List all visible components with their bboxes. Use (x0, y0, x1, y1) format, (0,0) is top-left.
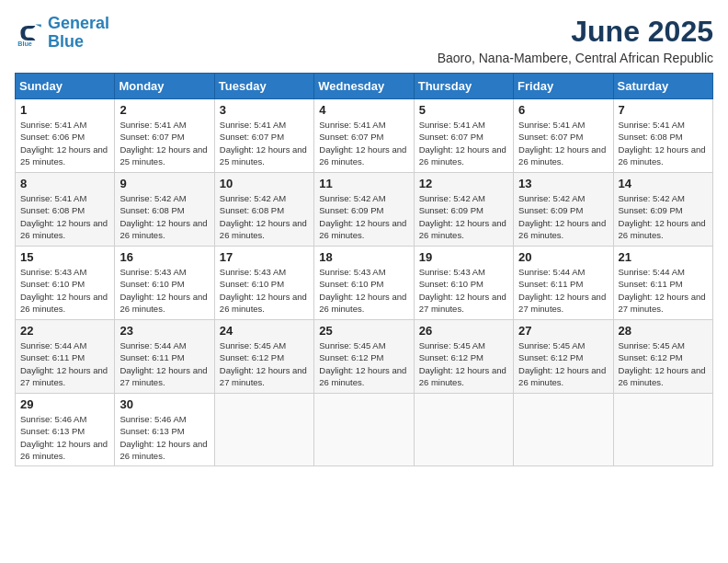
day-detail: Sunrise: 5:43 AMSunset: 6:10 PMDaylight:… (220, 267, 307, 314)
calendar-table: SundayMondayTuesdayWednesdayThursdayFrid… (15, 73, 713, 466)
calendar-week-row: 22 Sunrise: 5:44 AMSunset: 6:11 PMDaylig… (16, 320, 713, 394)
day-number: 14 (619, 177, 708, 190)
calendar-cell: 3 Sunrise: 5:41 AMSunset: 6:07 PMDayligh… (214, 99, 313, 173)
day-number: 27 (518, 324, 608, 338)
calendar-cell: 12 Sunrise: 5:42 AMSunset: 6:09 PMDaylig… (414, 173, 513, 247)
calendar-cell: 15 Sunrise: 5:43 AMSunset: 6:10 PMDaylig… (16, 247, 115, 320)
day-number: 23 (119, 324, 209, 338)
day-detail: Sunrise: 5:46 AMSunset: 6:13 PMDaylight:… (119, 414, 207, 461)
day-number: 30 (119, 397, 209, 411)
calendar-cell: 29 Sunrise: 5:46 AMSunset: 6:13 PMDaylig… (16, 394, 115, 466)
day-detail: Sunrise: 5:45 AMSunset: 6:12 PMDaylight:… (419, 340, 506, 387)
day-detail: Sunrise: 5:45 AMSunset: 6:12 PMDaylight:… (220, 340, 307, 387)
day-number: 5 (419, 103, 508, 117)
calendar-cell: 4 Sunrise: 5:41 AMSunset: 6:07 PMDayligh… (314, 99, 414, 173)
day-number: 28 (619, 324, 708, 338)
calendar-cell (414, 394, 513, 466)
day-number: 22 (20, 324, 109, 338)
day-detail: Sunrise: 5:46 AMSunset: 6:13 PMDaylight:… (20, 414, 108, 461)
day-number: 26 (419, 324, 508, 338)
day-detail: Sunrise: 5:41 AMSunset: 6:07 PMDaylight:… (419, 120, 506, 167)
calendar-cell: 22 Sunrise: 5:44 AMSunset: 6:11 PMDaylig… (16, 320, 115, 394)
day-number: 29 (20, 397, 109, 411)
day-number: 15 (20, 250, 109, 264)
day-detail: Sunrise: 5:41 AMSunset: 6:07 PMDaylight:… (220, 120, 307, 167)
page-header: Blue General Blue June 2025 Baoro, Nana-… (15, 15, 713, 65)
day-detail: Sunrise: 5:41 AMSunset: 6:07 PMDaylight:… (518, 120, 606, 167)
calendar-cell: 19 Sunrise: 5:43 AMSunset: 6:10 PMDaylig… (414, 247, 513, 320)
day-number: 21 (619, 250, 708, 264)
calendar-cell: 24 Sunrise: 5:45 AMSunset: 6:12 PMDaylig… (214, 320, 313, 394)
header-saturday: Saturday (613, 74, 712, 99)
calendar-cell: 20 Sunrise: 5:44 AMSunset: 6:11 PMDaylig… (514, 247, 613, 320)
calendar-cell: 6 Sunrise: 5:41 AMSunset: 6:07 PMDayligh… (514, 99, 613, 173)
day-detail: Sunrise: 5:41 AMSunset: 6:07 PMDaylight:… (319, 120, 406, 167)
day-detail: Sunrise: 5:44 AMSunset: 6:11 PMDaylight:… (20, 340, 108, 387)
logo-icon: Blue (15, 18, 44, 48)
logo: Blue General Blue (15, 15, 109, 52)
calendar-cell: 5 Sunrise: 5:41 AMSunset: 6:07 PMDayligh… (414, 99, 513, 173)
calendar-cell: 11 Sunrise: 5:42 AMSunset: 6:09 PMDaylig… (314, 173, 414, 247)
header-thursday: Thursday (414, 74, 513, 99)
month-title: June 2025 (438, 15, 713, 49)
location-title: Baoro, Nana-Mambere, Central African Rep… (438, 51, 713, 65)
header-wednesday: Wednesday (314, 74, 414, 99)
header-friday: Friday (514, 74, 613, 99)
day-number: 25 (319, 324, 408, 338)
day-number: 16 (119, 250, 209, 264)
day-detail: Sunrise: 5:45 AMSunset: 6:12 PMDaylight:… (619, 340, 706, 387)
day-number: 8 (20, 177, 109, 190)
calendar-cell: 1 Sunrise: 5:41 AMSunset: 6:06 PMDayligh… (16, 99, 115, 173)
calendar-week-row: 29 Sunrise: 5:46 AMSunset: 6:13 PMDaylig… (16, 394, 713, 466)
day-number: 3 (220, 103, 309, 117)
day-detail: Sunrise: 5:41 AMSunset: 6:08 PMDaylight:… (619, 120, 706, 167)
day-detail: Sunrise: 5:43 AMSunset: 6:10 PMDaylight:… (20, 267, 108, 314)
day-detail: Sunrise: 5:41 AMSunset: 6:06 PMDaylight:… (20, 120, 108, 167)
calendar-cell: 9 Sunrise: 5:42 AMSunset: 6:08 PMDayligh… (115, 173, 214, 247)
calendar-cell: 10 Sunrise: 5:42 AMSunset: 6:08 PMDaylig… (214, 173, 313, 247)
calendar-cell: 13 Sunrise: 5:42 AMSunset: 6:09 PMDaylig… (514, 173, 613, 247)
day-detail: Sunrise: 5:44 AMSunset: 6:11 PMDaylight:… (518, 267, 606, 314)
day-detail: Sunrise: 5:42 AMSunset: 6:09 PMDaylight:… (518, 193, 606, 240)
day-detail: Sunrise: 5:44 AMSunset: 6:11 PMDaylight:… (619, 267, 706, 314)
calendar-cell: 17 Sunrise: 5:43 AMSunset: 6:10 PMDaylig… (214, 247, 313, 320)
day-number: 17 (220, 250, 309, 264)
calendar-cell: 30 Sunrise: 5:46 AMSunset: 6:13 PMDaylig… (115, 394, 214, 466)
day-number: 19 (419, 250, 508, 264)
day-number: 12 (419, 177, 508, 190)
calendar-cell (514, 394, 613, 466)
day-detail: Sunrise: 5:42 AMSunset: 6:09 PMDaylight:… (419, 193, 506, 240)
day-detail: Sunrise: 5:44 AMSunset: 6:11 PMDaylight:… (119, 340, 207, 387)
calendar-week-row: 1 Sunrise: 5:41 AMSunset: 6:06 PMDayligh… (16, 99, 713, 173)
calendar-cell: 26 Sunrise: 5:45 AMSunset: 6:12 PMDaylig… (414, 320, 513, 394)
day-detail: Sunrise: 5:41 AMSunset: 6:07 PMDaylight:… (119, 120, 207, 167)
day-number: 4 (319, 103, 408, 117)
day-number: 11 (319, 177, 408, 190)
calendar-cell: 18 Sunrise: 5:43 AMSunset: 6:10 PMDaylig… (314, 247, 414, 320)
calendar-cell: 21 Sunrise: 5:44 AMSunset: 6:11 PMDaylig… (613, 247, 712, 320)
day-number: 18 (319, 250, 408, 264)
calendar-cell (314, 394, 414, 466)
day-number: 6 (518, 103, 608, 117)
calendar-cell: 7 Sunrise: 5:41 AMSunset: 6:08 PMDayligh… (613, 99, 712, 173)
calendar-cell: 8 Sunrise: 5:41 AMSunset: 6:08 PMDayligh… (16, 173, 115, 247)
day-detail: Sunrise: 5:43 AMSunset: 6:10 PMDaylight:… (119, 267, 207, 314)
day-number: 9 (119, 177, 209, 190)
calendar-cell: 14 Sunrise: 5:42 AMSunset: 6:09 PMDaylig… (613, 173, 712, 247)
day-detail: Sunrise: 5:42 AMSunset: 6:08 PMDaylight:… (119, 193, 207, 240)
day-detail: Sunrise: 5:43 AMSunset: 6:10 PMDaylight:… (319, 267, 406, 314)
calendar-cell (613, 394, 712, 466)
header-sunday: Sunday (16, 74, 115, 99)
title-area: June 2025 Baoro, Nana-Mambere, Central A… (438, 15, 713, 65)
header-monday: Monday (115, 74, 214, 99)
day-detail: Sunrise: 5:41 AMSunset: 6:08 PMDaylight:… (20, 193, 108, 240)
day-number: 7 (619, 103, 708, 117)
day-detail: Sunrise: 5:42 AMSunset: 6:09 PMDaylight:… (319, 193, 406, 240)
calendar-week-row: 15 Sunrise: 5:43 AMSunset: 6:10 PMDaylig… (16, 247, 713, 320)
day-detail: Sunrise: 5:45 AMSunset: 6:12 PMDaylight:… (319, 340, 406, 387)
day-detail: Sunrise: 5:42 AMSunset: 6:08 PMDaylight:… (220, 193, 307, 240)
day-detail: Sunrise: 5:43 AMSunset: 6:10 PMDaylight:… (419, 267, 506, 314)
day-number: 13 (518, 177, 608, 190)
day-number: 2 (119, 103, 209, 117)
calendar-cell: 16 Sunrise: 5:43 AMSunset: 6:10 PMDaylig… (115, 247, 214, 320)
